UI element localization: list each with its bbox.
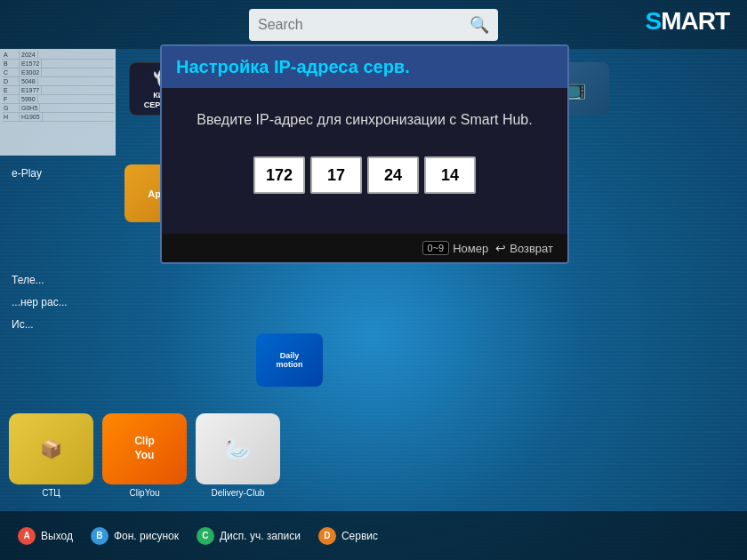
brand-logo: SMART [645,7,729,36]
search-input[interactable] [258,17,462,33]
app-label-clipyou: ClipYou [129,488,159,498]
hint-badge: 0~9 [422,241,450,255]
modal-body: Введите IP-адрес для синхронизации с Sma… [162,88,567,234]
app-ctc[interactable]: 📦 СТЦ [9,413,93,498]
ip-field-4[interactable]: 14 [424,156,476,194]
left-item-eplay[interactable]: e-Play [7,164,72,182]
app-clipyou[interactable]: ClipYou ClipYou [102,413,187,498]
modal-title: Настройка IP-адреса серв. [162,46,567,88]
top-bar: 🔍 SMART [0,0,747,49]
btn-exit-label: Выход [41,530,73,542]
search-icon: 🔍 [470,15,489,35]
app-icon-ctc: 📦 [9,413,93,484]
bottom-btn-accounts[interactable]: C Дисп. уч. записи [197,527,301,545]
btn-b: B [91,527,108,545]
bottom-apps-row: 📦 СТЦ ClipYou ClipYou 🦢 Delivery-Club [0,404,747,507]
btn-a: A [18,527,36,545]
ip-field-1[interactable]: 172 [253,156,305,194]
app-icon-delivery: 🦢 [196,413,280,484]
footer-back-label: Возврат [510,242,553,255]
left-item-tele[interactable]: Теле... [7,271,72,289]
app-dailymotion[interactable]: Dailymotion [256,333,323,387]
btn-accounts-label: Дисп. уч. записи [220,530,301,542]
left-item-ner[interactable]: ...нер рас... [7,293,72,311]
btn-d: D [318,527,336,545]
app-label-ctc: СТЦ [42,488,60,498]
app-label-delivery: Delivery-Club [211,488,264,498]
bottom-btn-wallpaper[interactable]: B Фон. рисунок [91,527,179,545]
app-delivery[interactable]: 🦢 Delivery-Club [196,413,280,498]
bottom-bar: A Выход B Фон. рисунок C Дисп. уч. запис… [0,511,747,560]
app-icon-clipyou: ClipYou [102,413,187,484]
bottom-btn-service[interactable]: D Сервис [318,527,378,545]
modal-footer: 0~9 Номер ↩ Возврат [162,234,567,262]
spreadsheet-preview: A2024 BE1572 CE3002 D5048 EE1977 F5990 G… [0,49,116,156]
ip-fields: 172 17 24 14 [189,156,541,194]
left-item-is[interactable]: Ис... [7,316,72,333]
app-icon-dailymotion: Dailymotion [256,333,323,387]
btn-wallpaper-label: Фон. рисунок [114,530,179,542]
ip-field-2[interactable]: 17 [310,156,362,194]
ip-settings-modal: Настройка IP-адреса серв. Введите IP-адр… [160,44,569,264]
footer-back-hint: ↩ Возврат [495,241,553,255]
search-bar[interactable]: 🔍 [249,9,498,41]
footer-number-label: Номер [453,242,488,255]
footer-hint: 0~9 Номер [422,241,489,255]
ip-field-3[interactable]: 24 [367,156,419,194]
btn-c: C [197,527,214,545]
btn-service-label: Сервис [341,530,378,542]
bottom-btn-exit[interactable]: A Выход [18,527,73,545]
modal-description: Введите IP-адрес для синхронизации с Sma… [189,110,541,130]
left-panel-labels: e-Play Теле... ...нер рас... Ис... [7,164,72,333]
